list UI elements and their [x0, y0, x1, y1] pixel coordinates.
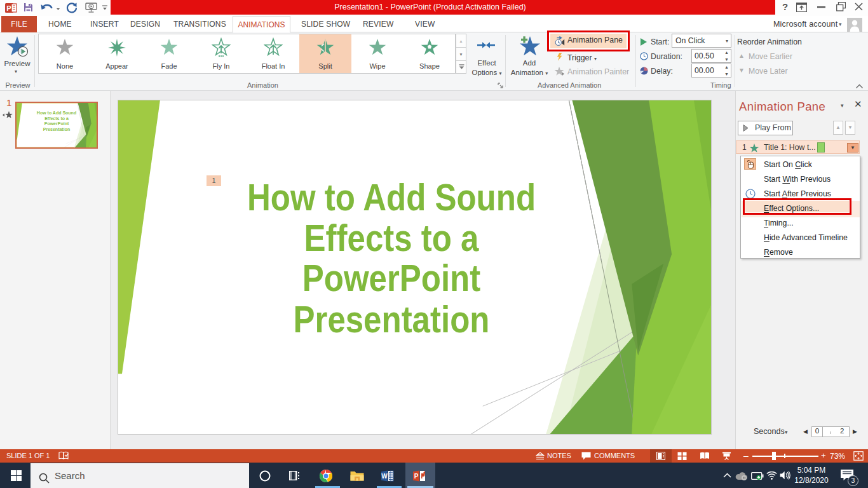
- svg-text:P: P: [414, 473, 419, 480]
- svg-text:P: P: [6, 4, 11, 12]
- svg-text:W: W: [381, 473, 388, 480]
